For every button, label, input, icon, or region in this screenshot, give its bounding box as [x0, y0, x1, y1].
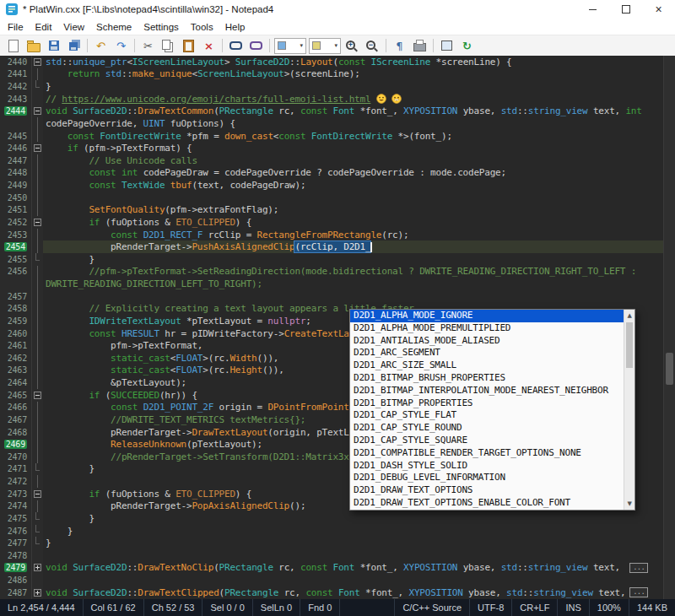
fold-margin[interactable]	[32, 352, 43, 365]
line-number-margin[interactable]: 2452	[0, 216, 32, 229]
line-number-margin[interactable]: 2459	[0, 315, 32, 327]
autocomplete-item[interactable]: D2D1_ALPHA_MODE_PREMULTIPLIED	[350, 322, 624, 335]
open-folder-button[interactable]	[24, 37, 43, 55]
line-number-margin[interactable]: 2467	[0, 413, 32, 426]
fold-margin[interactable]	[32, 463, 43, 476]
fold-collapse-icon[interactable]	[34, 392, 41, 399]
zoom-in-button[interactable]: +	[343, 37, 362, 55]
autocomplete-item[interactable]: D2D1_COMPATIBLE_RENDER_TARGET_OPTIONS_NO…	[350, 447, 624, 460]
menu-item-scheme[interactable]: Scheme	[90, 20, 138, 34]
fold-margin[interactable]	[32, 154, 43, 167]
fold-margin[interactable]	[32, 192, 43, 204]
undo-button[interactable]: ↶	[91, 37, 111, 55]
status-encoding[interactable]: UTF-8	[469, 599, 511, 616]
fold-margin[interactable]	[32, 339, 43, 352]
line-number-margin[interactable]: 2475	[0, 512, 32, 525]
folded-code-ellipsis[interactable]: ...	[629, 563, 648, 573]
code-line[interactable]: codePageOverride, UINT fuOptions) {	[0, 117, 663, 130]
scrollbar-thumb[interactable]	[666, 353, 673, 385]
fold-collapse-icon[interactable]	[34, 490, 41, 498]
fold-margin[interactable]	[32, 93, 43, 105]
code-line[interactable]: DWRITE_READING_DIRECTION_LEFT_TO_RIGHT);	[0, 278, 663, 290]
line-number-margin[interactable]: 2455	[0, 253, 32, 266]
fold-margin[interactable]	[32, 80, 43, 93]
code-line[interactable]: 2442}	[0, 80, 663, 93]
fold-margin[interactable]	[32, 537, 43, 549]
line-number-margin[interactable]: 2461	[0, 339, 32, 352]
line-number-margin[interactable]: 2457	[0, 290, 32, 303]
fold-collapse-icon[interactable]	[34, 107, 41, 115]
line-number-margin[interactable]: 2444	[0, 105, 32, 118]
fold-margin[interactable]	[32, 376, 43, 389]
line-number-margin[interactable]: 2448	[0, 167, 32, 180]
line-number-margin[interactable]: 2470	[0, 451, 32, 463]
fold-margin[interactable]	[32, 68, 43, 81]
code-line[interactable]: 2446 if (pfm->pTextFormat) {	[0, 142, 663, 154]
line-number-margin[interactable]: 2453	[0, 229, 32, 241]
line-number-margin[interactable]: 2463	[0, 365, 32, 377]
combo-scheme-dropdown[interactable]: ▾	[274, 38, 306, 54]
code-line[interactable]: 2475 }	[0, 512, 663, 525]
autocomplete-item[interactable]: D2D1_ANTIALIAS_MODE_ALIASED	[350, 335, 624, 348]
autocomplete-item[interactable]: D2D1_DASH_STYLE_SOLID	[350, 460, 624, 473]
popup-scrollbar[interactable]: ▲ ▼	[624, 310, 634, 510]
code-line[interactable]: 2487void SurfaceD2D::DrawTextClipped(PRe…	[0, 586, 663, 599]
autocomplete-item[interactable]: D2D1_BITMAP_PROPERTIES	[350, 397, 624, 410]
autocomplete-item-selected[interactable]: D2D1_ALPHA_MODE_IGNORE	[350, 310, 624, 322]
status-selection[interactable]: Sel 0 / 0	[202, 599, 252, 616]
fold-collapse-icon[interactable]	[34, 144, 41, 152]
folded-code-ellipsis[interactable]: ...	[629, 587, 648, 597]
fold-margin[interactable]	[32, 525, 43, 538]
autocomplete-item[interactable]: D2D1_CAP_STYLE_SQUARE	[350, 435, 624, 447]
status-overtype-mode[interactable]: INS	[557, 599, 588, 616]
save-button[interactable]	[44, 37, 63, 55]
code-line[interactable]: 2477}	[0, 537, 663, 549]
code-line[interactable]: 2450	[0, 192, 663, 204]
menu-item-settings[interactable]: Settings	[138, 20, 185, 34]
scroll-up-icon[interactable]: ▲	[624, 310, 634, 321]
fold-expand-icon[interactable]	[34, 564, 41, 571]
fold-margin[interactable]	[32, 574, 43, 586]
code-line[interactable]: 2457	[0, 290, 663, 303]
new-file-button[interactable]	[3, 37, 23, 55]
status-zoom[interactable]: 100%	[589, 599, 629, 616]
fold-margin[interactable]	[32, 117, 43, 130]
code-line[interactable]: 2448 const int codePageDraw = codePageOv…	[0, 167, 663, 180]
fold-margin[interactable]	[32, 290, 43, 303]
fold-margin[interactable]	[32, 229, 43, 241]
maximize-button[interactable]	[609, 0, 642, 19]
autocomplete-item[interactable]: D2D1_BITMAP_BRUSH_PROPERTIES	[350, 372, 624, 385]
delete-button[interactable]: ×	[199, 37, 219, 55]
autocomplete-item[interactable]: D2D1_CAP_STYLE_ROUND	[350, 422, 624, 435]
line-number-margin[interactable]: 2476	[0, 525, 32, 538]
line-number-margin[interactable]: 2447	[0, 154, 32, 167]
line-number-margin[interactable]: 2446	[0, 142, 32, 154]
line-number-margin[interactable]: 2473	[0, 488, 32, 500]
autocomplete-item[interactable]: D2D1_CAP_STYLE_FLAT	[350, 409, 624, 422]
zoom-out-button[interactable]: −	[363, 37, 382, 55]
fold-margin[interactable]	[32, 451, 43, 463]
fold-margin[interactable]	[32, 130, 43, 143]
fold-margin[interactable]	[32, 402, 43, 414]
fold-margin[interactable]	[32, 488, 43, 500]
status-character[interactable]: Ch 52 / 53	[144, 599, 203, 616]
line-number-margin[interactable]: 2464	[0, 376, 32, 389]
save-copy-button[interactable]	[64, 37, 84, 55]
line-number-margin[interactable]: 2478	[0, 549, 32, 562]
minimize-button[interactable]	[576, 0, 609, 19]
line-number-margin[interactable]: 2477	[0, 537, 32, 549]
code-line[interactable]: 2455 }	[0, 253, 663, 266]
cut-button[interactable]: ✂	[138, 37, 158, 55]
fold-margin[interactable]	[32, 549, 43, 562]
fold-margin[interactable]	[32, 512, 43, 525]
line-number-margin[interactable]: 2465	[0, 389, 32, 402]
frame-button[interactable]	[437, 37, 456, 55]
code-line[interactable]: 2445 const FontDirectWrite *pfm = down_c…	[0, 130, 663, 143]
fold-margin[interactable]	[32, 315, 43, 327]
code-line[interactable]: 2453 const D2D1_RECT_F rcClip = Rectangl…	[0, 229, 663, 241]
status-column[interactable]: Col 61 / 62	[84, 599, 144, 616]
print-button[interactable]	[410, 37, 429, 55]
fold-margin[interactable]	[32, 303, 43, 316]
fold-margin[interactable]	[32, 500, 43, 513]
fold-margin[interactable]	[32, 438, 43, 451]
